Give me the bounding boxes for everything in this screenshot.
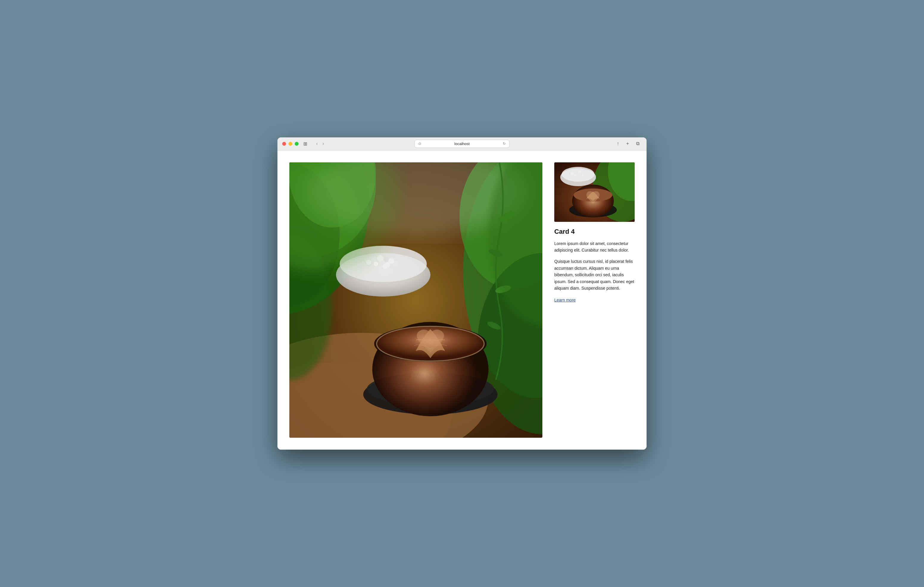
minimize-button[interactable] [289,142,292,146]
url-text: localhost [424,141,500,146]
svg-point-44 [571,172,574,175]
main-image-container [289,162,542,438]
svg-point-23 [383,264,388,269]
main-coffee-image [289,162,542,438]
card-sidebar: Card 4 Lorem ipsum dolor sit amet, conse… [554,162,635,438]
toolbar-right: ↑ + ⧉ [614,140,642,148]
nav-controls: ‹ › [314,140,326,148]
card-text-primary: Lorem ipsum dolor sit amet, consectetur … [554,240,635,254]
svg-point-14 [371,257,377,263]
traffic-lights [282,142,299,146]
address-bar-container: ⊙ localhost ↻ [414,140,510,148]
title-bar: ⊞ ‹ › ⊙ localhost ↻ ↑ + ⧉ [277,137,647,150]
svg-point-19 [374,262,378,266]
share-button[interactable]: ↑ [614,140,622,148]
svg-point-22 [376,265,381,270]
svg-point-48 [574,174,576,176]
close-button[interactable] [282,142,286,146]
forward-button[interactable]: › [321,140,326,148]
svg-point-49 [578,173,581,176]
new-tab-button[interactable]: + [624,140,631,148]
address-bar[interactable]: ⊙ localhost ↻ [414,140,510,148]
card-title: Card 4 [554,228,635,235]
mac-browser-window: ⊞ ‹ › ⊙ localhost ↻ ↑ + ⧉ [277,137,647,450]
svg-point-13 [366,259,371,264]
back-button[interactable]: ‹ [314,140,319,148]
browser-content: Card 4 Lorem ipsum dolor sit amet, conse… [277,150,647,450]
card-thumbnail [554,162,635,222]
reload-icon[interactable]: ↻ [503,141,506,146]
tabs-button[interactable]: ⧉ [634,140,642,148]
card-thumbnail-image [554,162,635,222]
maximize-button[interactable] [295,142,299,146]
card-text-secondary: Quisque luctus cursus nisl, id placerat … [554,258,635,291]
svg-point-50 [581,174,584,176]
svg-point-18 [393,260,398,266]
shield-icon: ⊙ [418,141,421,146]
learn-more-link[interactable]: Learn more [554,298,576,303]
svg-point-45 [574,170,578,174]
sidebar-button[interactable]: ⊞ [301,140,310,148]
